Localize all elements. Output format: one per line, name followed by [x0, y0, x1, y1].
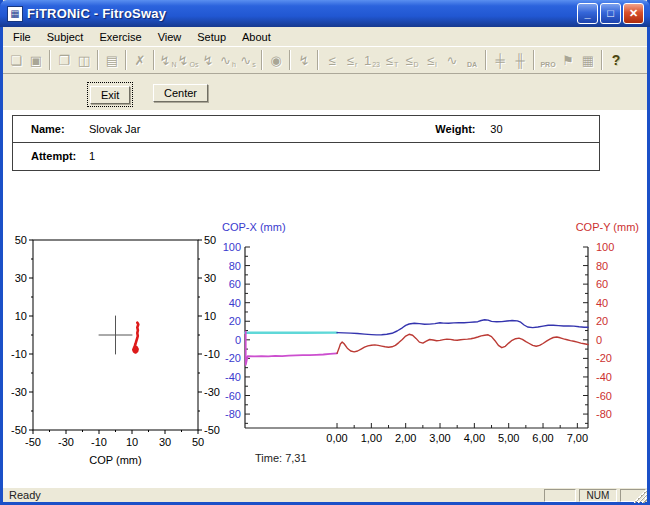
save-subject-button[interactable]: ◫ — [74, 49, 94, 71]
le-t-button[interactable]: ≤T — [382, 49, 402, 71]
numbers-123-button[interactable]: 123 — [362, 49, 382, 71]
minimize-button[interactable]: _ — [577, 3, 598, 24]
save-button[interactable]: ▣ — [26, 49, 46, 71]
svg-text:30: 30 — [159, 436, 171, 448]
name-label: Name: — [31, 123, 86, 135]
app-window: ▦ FiTRONiC - FitroSway _ □ ✕ File Subjec… — [0, 0, 650, 505]
measurement-view: Name: Slovak Jar Weight: 30 Attempt: 1 5… — [3, 110, 647, 487]
svg-text:0: 0 — [596, 334, 602, 346]
le-button[interactable]: ≤ — [322, 49, 342, 71]
svg-text:COP-Y (mm): COP-Y (mm) — [576, 221, 639, 233]
machine-1-button[interactable]: ╪ — [490, 49, 510, 71]
jump-os-button[interactable]: ↯Os — [178, 49, 198, 71]
svg-text:-10: -10 — [11, 348, 27, 360]
form-strip: Exit Center — [3, 74, 647, 110]
le-r-button[interactable]: ≤r — [342, 49, 362, 71]
exit-button[interactable]: Exit — [90, 86, 130, 104]
svg-text:4,00: 4,00 — [464, 432, 485, 444]
svg-text:60: 60 — [229, 278, 241, 290]
svg-text:-50: -50 — [11, 424, 27, 436]
svg-text:80: 80 — [229, 260, 241, 272]
open-subject-button[interactable]: ❐ — [54, 49, 74, 71]
menu-bar: File Subject Exercise View Setup About — [3, 27, 647, 46]
flag-button[interactable]: ⚑ — [558, 49, 578, 71]
cop-xy-chart: 505030301010-10-10-30-30-50-50-50-30-101… — [11, 230, 223, 475]
svg-text:-50: -50 — [25, 436, 41, 448]
svg-text:80: 80 — [596, 260, 608, 272]
squat-s-button[interactable]: ∿s — [238, 49, 258, 71]
weight-label: Weight: — [435, 123, 487, 135]
toolbar-separator — [97, 50, 99, 70]
svg-text:1,00: 1,00 — [361, 432, 382, 444]
jump-n-button[interactable]: ↯N — [158, 49, 178, 71]
svg-text:-80: -80 — [225, 408, 241, 420]
svg-text:20: 20 — [596, 315, 608, 327]
center-button[interactable]: Center — [153, 84, 208, 102]
cop-time-chart: 100100808060604040202000-20-20-40-40-60-… — [218, 215, 643, 445]
svg-text:60: 60 — [596, 278, 608, 290]
toolbar-separator — [289, 50, 291, 70]
svg-text:2,00: 2,00 — [395, 432, 416, 444]
svg-text:100: 100 — [223, 241, 241, 253]
da-button[interactable]: DA — [462, 49, 482, 71]
svg-text:0,00: 0,00 — [326, 432, 347, 444]
toolbar-separator — [533, 50, 535, 70]
svg-text:10: 10 — [204, 310, 216, 322]
toolbar: ❏▣❐◫▤✗↯N↯Os↯∿h∿s◉↯≤≤r123≤T≤D≤I∿DA╪╫PRO⚑▦… — [3, 46, 647, 74]
resize-grip[interactable] — [634, 490, 647, 503]
le-i-button[interactable]: ≤I — [422, 49, 442, 71]
toolbar-separator — [601, 50, 603, 70]
window-title: FiTRONiC - FitroSway — [27, 6, 166, 21]
status-message: Ready — [9, 489, 41, 501]
svg-text:3,00: 3,00 — [429, 432, 450, 444]
exit-button-focus-ring: Exit — [87, 82, 133, 107]
toolbar-separator — [153, 50, 155, 70]
status-bar: Ready NUM — [3, 487, 647, 502]
bolt-button[interactable]: ↯ — [294, 49, 314, 71]
svg-text:6,00: 6,00 — [532, 432, 553, 444]
svg-text:30: 30 — [15, 272, 27, 284]
menu-setup[interactable]: Setup — [189, 29, 234, 45]
status-pane — [544, 489, 576, 502]
svg-text:-60: -60 — [596, 390, 612, 402]
open-button[interactable]: ❏ — [6, 49, 26, 71]
view-eye-button[interactable]: ◉ — [266, 49, 286, 71]
svg-text:-80: -80 — [596, 408, 612, 420]
help-button[interactable]: ? — [606, 49, 626, 71]
attempt-label: Attempt: — [31, 150, 86, 162]
svg-text:-60: -60 — [225, 390, 241, 402]
print-button[interactable]: ▤ — [102, 49, 122, 71]
svg-text:COP (mm): COP (mm) — [89, 454, 141, 466]
close-button[interactable]: ✕ — [623, 3, 644, 24]
menu-subject[interactable]: Subject — [39, 29, 92, 45]
menu-exercise[interactable]: Exercise — [91, 29, 149, 45]
wave-button[interactable]: ∿ — [442, 49, 462, 71]
svg-text:-30: -30 — [11, 386, 27, 398]
squat-h-button[interactable]: ∿h — [218, 49, 238, 71]
protocol-button[interactable]: PRO — [538, 49, 558, 71]
svg-text:-10: -10 — [91, 436, 107, 448]
jump-button[interactable]: ↯ — [198, 49, 218, 71]
results-card-button[interactable]: ▦ — [578, 49, 598, 71]
toolbar-separator — [261, 50, 263, 70]
maximize-button[interactable]: □ — [600, 3, 621, 24]
svg-text:20: 20 — [229, 315, 241, 327]
title-bar[interactable]: ▦ FiTRONiC - FitroSway _ □ ✕ — [0, 0, 650, 27]
attempt-value: 1 — [89, 150, 95, 162]
svg-text:30: 30 — [204, 272, 216, 284]
weight-value: 30 — [490, 123, 502, 135]
svg-text:40: 40 — [596, 297, 608, 309]
svg-text:10: 10 — [126, 436, 138, 448]
app-icon: ▦ — [7, 6, 23, 22]
menu-file[interactable]: File — [5, 29, 39, 45]
subject-figure-button[interactable]: ✗ — [130, 49, 150, 71]
machine-2-button[interactable]: ╫ — [510, 49, 530, 71]
num-lock-indicator: NUM — [579, 489, 617, 502]
menu-about[interactable]: About — [234, 29, 279, 45]
svg-text:50: 50 — [204, 234, 216, 246]
svg-text:7,00: 7,00 — [567, 432, 588, 444]
svg-text:0: 0 — [235, 334, 241, 346]
le-d-button[interactable]: ≤D — [402, 49, 422, 71]
menu-view[interactable]: View — [150, 29, 190, 45]
svg-text:-40: -40 — [596, 371, 612, 383]
